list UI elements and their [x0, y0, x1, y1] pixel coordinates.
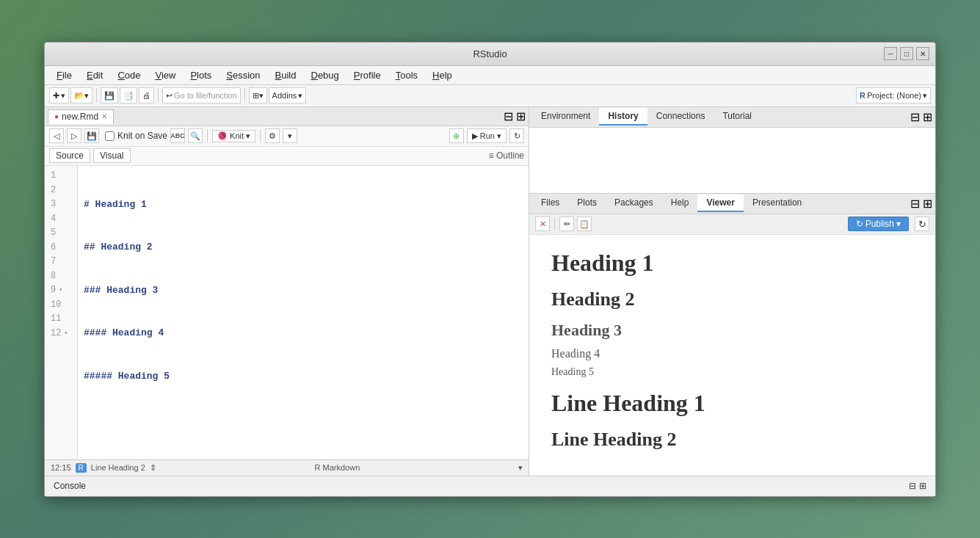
knit-button[interactable]: 🧶 Knit ▾	[212, 130, 255, 142]
files-panel-controls: ⊟ ⊞	[910, 197, 932, 211]
minimize-button[interactable]: ─	[884, 47, 897, 60]
new-file-button[interactable]: ✚ ▾	[49, 87, 69, 103]
history-content[interactable]	[529, 128, 935, 193]
menu-edit[interactable]: Edit	[81, 68, 109, 82]
workspace-button[interactable]: ⊞▾	[249, 87, 267, 103]
tab-viewer[interactable]: Viewer	[697, 195, 743, 212]
preview-heading-5: Heading 5	[551, 366, 913, 378]
ln-5: 5	[51, 226, 71, 241]
ln-8: 8	[51, 269, 71, 283]
environment-panel-tabs: Environment History Connections Tutorial…	[529, 107, 935, 128]
menu-debug[interactable]: Debug	[305, 68, 345, 82]
spell-check-button[interactable]: ABC	[170, 128, 185, 143]
addins-button[interactable]: Addins ▾	[269, 87, 307, 103]
tab-files[interactable]: Files	[532, 195, 568, 212]
publish-sync-icon: ↻	[856, 219, 863, 229]
status-dropdown-arrow[interactable]: ⇕	[150, 463, 156, 473]
tab-history[interactable]: History	[599, 108, 647, 126]
menu-code[interactable]: Code	[112, 68, 146, 82]
preview-line-heading-2: Line Heading 2	[551, 429, 913, 451]
preview-line-heading-1: Line Heading 1	[551, 390, 913, 417]
find-replace-button[interactable]: 🔍	[188, 128, 203, 143]
tab-close-button[interactable]: ✕	[101, 112, 107, 120]
code-line-3: ### Heading 3	[84, 283, 523, 298]
editor-status-bar: 12:15 R Line Heading 2 ⇕ R Markdown ▾	[45, 459, 529, 476]
viewer-clipboard-button[interactable]: 📋	[577, 217, 592, 231]
project-button[interactable]: R Project: (None) ▾	[856, 87, 931, 103]
knit-arrow: ▾	[246, 131, 250, 141]
menu-view[interactable]: View	[149, 68, 181, 82]
publish-button[interactable]: ↻ Publish ▾	[848, 217, 909, 231]
print-button[interactable]: 🖨	[139, 87, 154, 103]
tab-tutorial[interactable]: Tutorial	[714, 108, 761, 126]
menu-file[interactable]: File	[51, 68, 78, 82]
console-maximize-icon[interactable]: ⊞	[919, 481, 926, 491]
editor-toolbar: ◁ ▷ 💾 Knit on Save ABC 🔍 🧶 Knit ▾ ⚙ ▾ ⊕	[45, 126, 529, 147]
editor-content[interactable]: 1 2 3 4 5 6 7 8 9▾ 10 11 12▾ # Heading 1…	[45, 166, 529, 459]
code-line-5: ##### Heading 5	[84, 369, 523, 384]
console-minimize-icon[interactable]: ⊟	[909, 481, 916, 491]
rerun-button[interactable]: ↻	[509, 128, 524, 143]
knit-on-save-label: Knit on Save	[117, 131, 167, 141]
menu-build[interactable]: Build	[269, 68, 302, 82]
knit-on-save-checkbox[interactable]	[105, 131, 115, 141]
close-button[interactable]: ✕	[916, 47, 929, 60]
redo-button[interactable]: ▷	[67, 128, 81, 143]
tab-environment[interactable]: Environment	[532, 108, 599, 126]
files-maximize-icon[interactable]: ⊞	[923, 197, 932, 211]
viewer-sep-1	[554, 218, 555, 230]
console-label: Console	[54, 481, 86, 491]
run-button[interactable]: ▶ Run ▾	[467, 128, 507, 143]
menu-tools[interactable]: Tools	[390, 68, 424, 82]
code-line-6	[84, 412, 523, 426]
editor-pane: ● new.Rmd ✕ ⊟ ⊞ ◁ ▷ 💾 Knit on Save ABC	[45, 107, 529, 476]
editor-minimize-icon[interactable]: ⊟	[504, 109, 513, 123]
code-area[interactable]: # Heading 1 ## Heading 2 ### Heading 3 #…	[78, 166, 529, 459]
files-minimize-icon[interactable]: ⊟	[910, 197, 920, 211]
separator-3	[244, 88, 245, 103]
outline-button[interactable]: ≡ Outline	[489, 150, 524, 161]
right-top-panel: Environment History Connections Tutorial…	[529, 107, 935, 194]
insert-button[interactable]: ▾	[283, 128, 297, 143]
outline-label: Outline	[496, 150, 524, 161]
menu-plots[interactable]: Plots	[184, 68, 217, 82]
maximize-button[interactable]: □	[900, 47, 913, 60]
visual-tab[interactable]: Visual	[93, 148, 130, 163]
editor-maximize-icon[interactable]: ⊞	[516, 109, 526, 123]
new-icon: ✚	[53, 91, 59, 101]
source-tab[interactable]: Source	[49, 148, 90, 163]
editor-tab-new-rmd[interactable]: ● new.Rmd ✕	[48, 109, 114, 124]
goto-input[interactable]: ↩ Go to file/function	[162, 87, 241, 103]
menu-session[interactable]: Session	[220, 68, 266, 82]
tab-help[interactable]: Help	[662, 195, 698, 212]
tab-packages[interactable]: Packages	[606, 195, 662, 212]
env-maximize-icon[interactable]: ⊞	[923, 110, 932, 124]
viewer-content: Heading 1 Heading 2 Heading 3 Heading 4 …	[529, 235, 935, 476]
sep-ed-1	[207, 129, 208, 142]
menu-help[interactable]: Help	[427, 68, 458, 82]
ln-6: 6	[51, 240, 71, 255]
status-mode-arrow[interactable]: ▾	[518, 463, 523, 473]
env-minimize-icon[interactable]: ⊟	[910, 110, 920, 124]
ln-4: 4	[51, 211, 71, 226]
settings-button[interactable]: ⚙	[265, 128, 280, 143]
env-tab-list: Environment History Connections Tutorial	[532, 108, 761, 126]
save-all-button[interactable]: 📑	[120, 87, 137, 103]
save-button[interactable]: 💾	[101, 87, 118, 103]
menu-profile[interactable]: Profile	[348, 68, 387, 82]
tab-presentation[interactable]: Presentation	[744, 195, 810, 212]
viewer-stop-button[interactable]: ✕	[535, 217, 550, 231]
preview-heading-4: Heading 4	[551, 347, 913, 360]
viewer-brush-button[interactable]: ✏	[559, 217, 574, 231]
open-file-button[interactable]: 📂▾	[70, 87, 92, 103]
tab-plots[interactable]: Plots	[568, 195, 606, 212]
save-editor-button[interactable]: 💾	[84, 128, 99, 143]
tab-connections[interactable]: Connections	[647, 108, 714, 126]
arrow-icon: ↩	[166, 91, 173, 101]
viewer-refresh-button[interactable]: ↻	[915, 217, 929, 231]
undo-button[interactable]: ◁	[49, 128, 64, 143]
files-panel-tabs: Files Plots Packages Help Viewer Present…	[529, 194, 935, 214]
add-chunk-button[interactable]: ⊕	[449, 128, 464, 143]
right-bottom-panel: Files Plots Packages Help Viewer Present…	[529, 194, 935, 476]
editor-tabs: ● new.Rmd ✕	[48, 109, 114, 123]
